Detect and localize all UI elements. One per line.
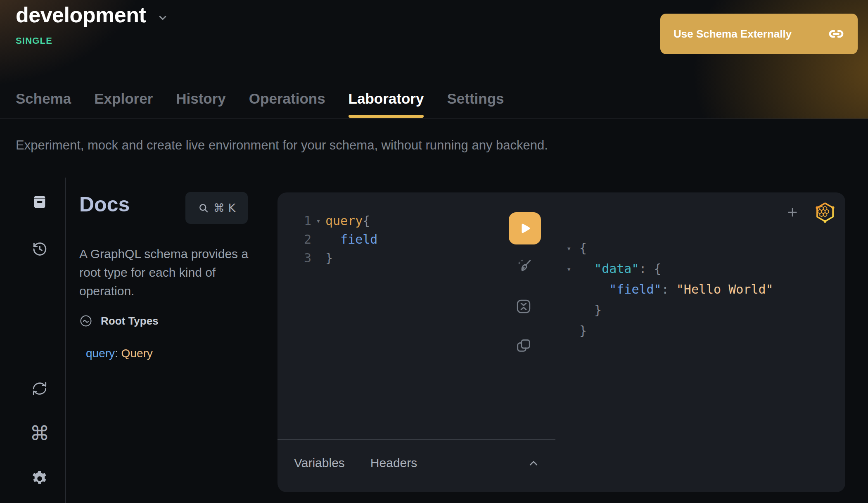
line-number: 1 <box>301 211 311 230</box>
add-tab-button[interactable] <box>784 204 801 221</box>
root-types-label: Root Types <box>101 315 159 327</box>
refresh-icon <box>31 381 48 396</box>
fold-spacer <box>567 320 579 341</box>
response-viewer: ▾ { ▾ "data": { "field": "Hello World" }… <box>567 238 773 341</box>
fold-spacer <box>311 249 325 267</box>
root-type-entry[interactable]: query: Query <box>86 347 153 360</box>
sidebar-divider <box>65 178 66 503</box>
response-line: } <box>567 320 773 341</box>
collapse-editor-tools-button[interactable] <box>525 455 542 472</box>
json-text: "data": { <box>579 259 662 279</box>
json-brace: } <box>579 300 602 320</box>
merge-fragments-button[interactable] <box>515 297 533 316</box>
history-icon <box>31 240 48 258</box>
merge-icon <box>515 298 532 315</box>
fold-marker-icon[interactable]: ▾ <box>311 211 325 230</box>
prettify-query-button[interactable] <box>515 257 533 275</box>
root-types-heading: Root Types <box>79 314 159 327</box>
tab-headers[interactable]: Headers <box>370 456 417 470</box>
editor-line: 3 } <box>301 249 377 267</box>
tab-settings[interactable]: Settings <box>447 78 504 119</box>
response-line: ▾ "data": { <box>567 259 773 279</box>
sidebar-reconnect-button[interactable] <box>29 378 50 399</box>
tab-history[interactable]: History <box>176 78 226 119</box>
gear-icon <box>31 470 49 488</box>
tab-laboratory[interactable]: Laboratory <box>349 78 424 119</box>
editor-line: 2 field <box>301 230 377 249</box>
tab-variables[interactable]: Variables <box>294 456 345 470</box>
sidebar-history-button[interactable] <box>29 239 50 259</box>
copy-icon <box>515 337 532 355</box>
code-field: field <box>325 230 377 249</box>
fold-marker-icon[interactable]: ▾ <box>567 259 579 279</box>
sidebar-settings-button[interactable] <box>29 468 50 489</box>
code-brace: { <box>363 214 370 228</box>
sidebar-shortcuts-button[interactable]: ⌘ <box>29 423 50 444</box>
docs-search-button[interactable]: ⌘ K <box>185 192 248 224</box>
json-separator: : <box>639 261 654 276</box>
fold-spacer <box>567 300 579 320</box>
line-number: 2 <box>301 230 311 249</box>
tab-explorer[interactable]: Explorer <box>94 78 153 119</box>
app-header: development SINGLE Use Schema Externally… <box>0 0 868 119</box>
laboratory-page: development SINGLE Use Schema Externally… <box>0 0 868 503</box>
editor-footer-divider <box>277 439 555 440</box>
page-subtitle: Experiment, mock and create live environ… <box>16 138 548 153</box>
play-icon <box>517 220 533 237</box>
json-brace: { <box>654 261 662 276</box>
tab-operations[interactable]: Operations <box>249 78 325 119</box>
root-type-field-name: query <box>86 347 115 360</box>
json-separator: : <box>662 282 676 297</box>
link-icon <box>827 25 845 43</box>
json-string-value: "Hello World" <box>676 282 773 297</box>
query-editor[interactable]: 1 ▾ query{ 2 field 3 } <box>301 211 377 267</box>
code-brace: } <box>325 249 333 267</box>
command-icon: ⌘ <box>30 422 50 445</box>
sidebar-docs-button[interactable] <box>29 192 50 212</box>
search-icon <box>198 202 209 214</box>
chevron-up-icon <box>526 456 541 470</box>
main-tabs: Schema Explorer History Operations Labor… <box>16 78 504 119</box>
line-number: 3 <box>301 249 311 267</box>
response-line: "field": "Hello World" <box>567 279 773 300</box>
workspace-selector[interactable]: development <box>16 2 169 27</box>
editor-line: 1 ▾ query{ <box>301 211 377 230</box>
fold-marker-icon[interactable]: ▾ <box>567 238 579 259</box>
use-schema-externally-button[interactable]: Use Schema Externally <box>660 14 858 54</box>
editor-footer-tabs: Variables Headers <box>294 456 417 470</box>
tilde-circle-icon <box>79 314 92 327</box>
tab-schema[interactable]: Schema <box>16 78 71 119</box>
docs-heading: Docs <box>79 192 130 216</box>
fold-spacer <box>567 279 579 300</box>
root-type-link[interactable]: Query <box>121 347 153 360</box>
root-type-separator: : <box>115 347 121 360</box>
execute-query-button[interactable] <box>509 212 541 244</box>
environment-badge: SINGLE <box>16 36 52 46</box>
graphiql-panel: 1 ▾ query{ 2 field 3 } <box>277 192 845 492</box>
fold-spacer <box>311 230 325 249</box>
json-key: "field" <box>609 282 661 297</box>
docs-description: A GraphQL schema provides a root type fo… <box>79 244 270 300</box>
page-title: development <box>16 2 146 27</box>
copy-query-button[interactable] <box>515 337 533 355</box>
chevron-down-icon[interactable] <box>157 12 169 24</box>
book-icon <box>31 194 48 210</box>
use-schema-externally-label: Use Schema Externally <box>674 28 792 40</box>
code-keyword: query <box>325 214 363 228</box>
code-text: query{ <box>325 211 370 230</box>
response-line: ▾ { <box>567 238 773 259</box>
hive-logo-button[interactable] <box>814 201 836 224</box>
json-key: "data" <box>594 261 639 276</box>
plus-icon <box>786 206 799 219</box>
response-line: } <box>567 300 773 320</box>
search-shortcut-label: ⌘ K <box>213 202 235 214</box>
json-brace: } <box>579 320 587 341</box>
json-text: "field": "Hello World" <box>579 279 773 300</box>
hive-logo-icon <box>814 201 836 223</box>
json-brace: { <box>579 238 587 259</box>
prettify-broom-icon <box>515 257 533 275</box>
